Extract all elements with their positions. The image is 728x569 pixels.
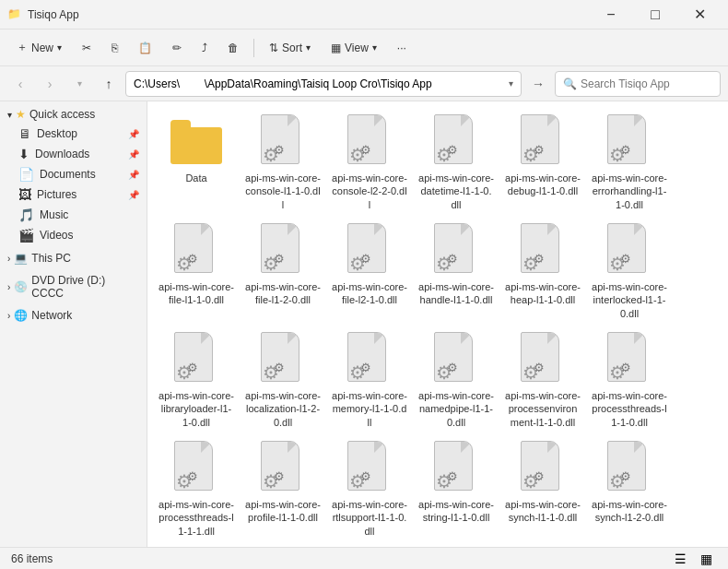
search-box[interactable]: 🔍 xyxy=(555,71,721,97)
view-button[interactable]: ▦ View ▾ xyxy=(322,33,386,63)
dll-icon-wrapper: ⚙ ⚙ xyxy=(513,330,572,389)
file-item[interactable]: ⚙ ⚙ api-ms-win-core-datetime-l1-1-0.dll xyxy=(415,109,498,214)
content-area: Data ⚙ ⚙ api-ms-win-core-console-l1-1-0.… xyxy=(147,101,728,547)
forward-button[interactable]: › xyxy=(37,71,63,97)
file-item[interactable]: ⚙ ⚙ api-ms-win-core-sysinfo-l1-1-0.dll xyxy=(155,544,238,547)
item-count: 66 items xyxy=(11,552,53,565)
list-view-button[interactable]: ☰ xyxy=(669,550,691,568)
file-label: api-ms-win-core-interlocked-l1-1-0.dll xyxy=(592,280,667,319)
sidebar-item-pictures[interactable]: 🖼 Pictures 📌 xyxy=(0,184,147,205)
file-item[interactable]: ⚙ ⚙ api-ms-win-core-heap-l1-1-0.dll xyxy=(501,218,584,323)
up-button[interactable]: ↑ xyxy=(96,71,122,97)
address-input[interactable] xyxy=(134,77,509,90)
file-item[interactable]: ⚙ ⚙ api-ms-win-core-processthreads-l1-1-… xyxy=(155,435,238,540)
file-label: api-ms-win-core-processthreads-l1-1-0.dl… xyxy=(592,389,667,428)
file-item[interactable]: ⚙ ⚙ api-ms-win-core-interlocked-l1-1-0.d… xyxy=(588,218,671,323)
toolbar: ＋ New ▾ ✂ ⎘ 📋 ✏ ⤴ 🗑 ⇅ Sort ▾ ▦ View ▾ ··… xyxy=(0,30,728,66)
file-item[interactable]: ⚙ ⚙ api-ms-win-core-timezone-l1-1-0.dll xyxy=(241,544,324,547)
file-item[interactable]: ⚙ ⚙ api-ms-win-core-synch-l1-2-0.dll xyxy=(588,435,671,540)
cut-button[interactable]: ✂ xyxy=(73,33,100,63)
title-bar: 📁 Tisiqo App − □ ✕ xyxy=(0,0,728,30)
quick-access-section: ▾ ★ Quick access 🖥 Desktop 📌 ⬇ Downloads… xyxy=(0,105,147,245)
dll-icon-wrapper: ⚙ ⚙ xyxy=(427,113,486,172)
pin-icon: 📌 xyxy=(128,129,139,139)
file-item[interactable]: ⚙ ⚙ api-ms-win-core-namedpipe-l1-1-0.dll xyxy=(415,326,498,432)
dll-icon-wrapper: ⚙ ⚙ xyxy=(167,330,226,389)
file-label: api-ms-win-core-errorhandling-l1-1-0.dll xyxy=(592,172,667,210)
new-button[interactable]: ＋ New ▾ xyxy=(7,33,71,63)
chevron-down-icon: ▾ xyxy=(372,42,377,53)
computer-icon: 💻 xyxy=(14,252,28,265)
search-input[interactable] xyxy=(581,77,719,90)
this-pc-header[interactable]: › 💻 This PC xyxy=(0,249,147,267)
chevron-down-icon: ▾ xyxy=(306,42,311,53)
share-button[interactable]: ⤴ xyxy=(193,33,217,63)
more-button[interactable]: ··· xyxy=(388,33,416,63)
file-label: api-ms-win-core-processenvironment-l1-1-… xyxy=(505,389,581,428)
file-item[interactable]: ⚙ ⚙ api-ms-win-core-console-l2-2-0.dll xyxy=(328,109,411,214)
toolbar-separator xyxy=(253,39,254,57)
sort-button[interactable]: ⇅ Sort ▾ xyxy=(260,33,320,63)
sidebar-item-videos[interactable]: 🎬 Videos xyxy=(0,225,147,245)
file-item[interactable]: ⚙ ⚙ api-ms-win-core-file-l2-1-0.dll xyxy=(328,218,411,323)
sidebar-item-documents[interactable]: 📄 Documents 📌 xyxy=(0,164,147,184)
file-label: Data xyxy=(185,172,206,184)
paste-button[interactable]: 📋 xyxy=(129,33,161,63)
rename-icon: ✏ xyxy=(172,41,182,54)
file-item[interactable]: ⚙ ⚙ api-ms-win-crt-conio-l1-1-0.dll xyxy=(415,544,498,547)
dll-icon-wrapper: ⚙ ⚙ xyxy=(253,439,312,498)
rename-button[interactable]: ✏ xyxy=(163,33,191,63)
dll-icon-wrapper: ⚙ ⚙ xyxy=(340,330,399,389)
file-item[interactable]: ⚙ ⚙ api-ms-win-core-memory-l1-1-0.dll xyxy=(328,326,411,432)
minimize-button[interactable]: − xyxy=(590,0,632,30)
file-item[interactable]: ⚙ ⚙ api-ms-win-core-util-l1-1-0.dll xyxy=(328,544,411,547)
dll-icon-wrapper: ⚙ ⚙ xyxy=(253,330,312,389)
status-view-controls: ☰ ▦ xyxy=(669,550,717,568)
dll-icon-wrapper: ⚙ ⚙ xyxy=(600,439,659,498)
network-header[interactable]: › 🌐 Network xyxy=(0,306,147,325)
address-go-button[interactable]: → xyxy=(525,71,551,97)
sidebar-item-desktop[interactable]: 🖥 Desktop 📌 xyxy=(0,124,147,144)
file-item[interactable]: ⚙ ⚙ api-ms-win-core-file-l1-1-0.dll xyxy=(155,218,238,323)
this-pc-section: › 💻 This PC xyxy=(0,249,147,267)
folder-icon-wrapper xyxy=(167,113,226,172)
recent-button[interactable]: ▾ xyxy=(66,71,92,97)
file-item[interactable]: ⚙ ⚙ api-ms-win-core-debug-l1-1-0.dll xyxy=(501,109,584,214)
dvd-drive-header[interactable]: › 💿 DVD Drive (D:) CCCC xyxy=(0,271,147,302)
delete-button[interactable]: 🗑 xyxy=(218,33,248,63)
file-item[interactable]: ⚙ ⚙ api-ms-win-core-processenvironment-l… xyxy=(501,326,584,432)
file-item[interactable]: ⚙ ⚙ api-ms-win-core-string-l1-1-0.dll xyxy=(415,435,498,540)
copy-button[interactable]: ⎘ xyxy=(102,33,127,63)
file-item[interactable]: ⚙ ⚙ api-ms-win-core-handle-l1-1-0.dll xyxy=(415,218,498,323)
address-path-container[interactable]: ▾ xyxy=(125,71,522,97)
file-item[interactable]: ⚙ ⚙ api-ms-win-core-localization-l1-2-0.… xyxy=(241,326,324,432)
pin-icon: 📌 xyxy=(128,170,139,180)
file-item[interactable]: ⚙ ⚙ api-ms-win-core-libraryloader-l1-1-0… xyxy=(155,326,238,432)
file-label: api-ms-win-core-debug-l1-1-0.dll xyxy=(505,172,581,198)
file-item[interactable]: ⚙ ⚙ api-ms-win-core-synch-l1-1-0.dll xyxy=(501,435,584,540)
pictures-icon: 🖼 xyxy=(18,187,31,202)
plus-icon: ＋ xyxy=(17,40,28,55)
close-button[interactable]: ✕ xyxy=(678,0,721,30)
file-item[interactable]: ⚙ ⚙ api-ms-win-core-rtlsupport-l1-1-0.dl… xyxy=(328,435,411,540)
cut-icon: ✂ xyxy=(82,41,91,54)
file-item[interactable]: ⚙ ⚙ api-ms-win-core-console-l1-1-0.dll xyxy=(241,109,324,214)
copy-icon: ⎘ xyxy=(112,41,118,54)
back-button[interactable]: ‹ xyxy=(7,71,33,97)
quick-access-header[interactable]: ▾ ★ Quick access xyxy=(0,105,147,124)
grid-view-button[interactable]: ▦ xyxy=(695,550,717,568)
file-item[interactable]: ⚙ ⚙ api-ms-win-core-errorhandling-l1-1-0… xyxy=(588,109,671,214)
file-label: api-ms-win-core-namedpipe-l1-1-0.dll xyxy=(418,389,494,428)
sidebar-item-music[interactable]: 🎵 Music xyxy=(0,205,147,225)
dll-icon-wrapper: ⚙ ⚙ xyxy=(513,439,572,498)
file-item[interactable]: ⚙ ⚙ api-ms-win-core-processthreads-l1-1-… xyxy=(588,326,671,432)
sidebar-item-downloads[interactable]: ⬇ Downloads 📌 xyxy=(0,144,147,164)
maximize-button[interactable]: □ xyxy=(634,0,676,30)
dll-icon-wrapper: ⚙ ⚙ xyxy=(340,439,399,498)
file-item[interactable]: ⚙ ⚙ api-ms-win-core-file-l1-2-0.dll xyxy=(241,218,324,323)
star-icon: ★ xyxy=(16,108,26,121)
file-item[interactable]: Data xyxy=(155,109,238,214)
app-icon: 📁 xyxy=(7,7,22,22)
file-item[interactable]: ⚙ ⚙ api-ms-win-core-profile-l1-1-0.dll xyxy=(241,435,324,540)
pin-icon: 📌 xyxy=(128,190,139,200)
